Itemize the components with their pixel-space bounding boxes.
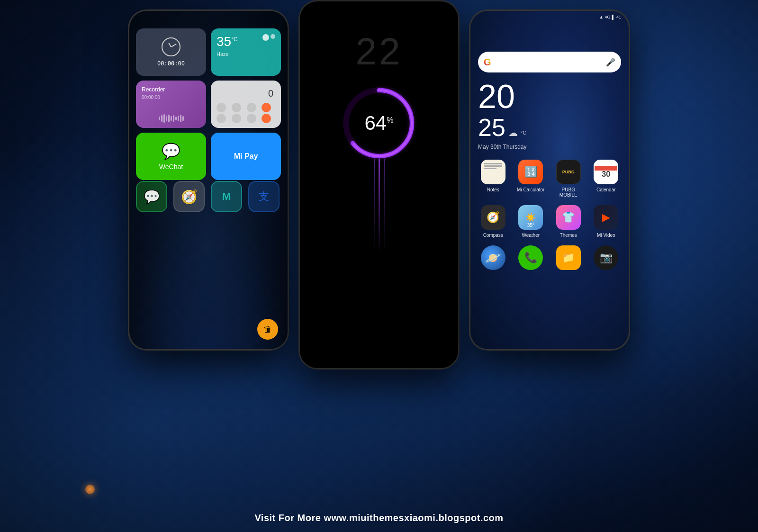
wave-bar-6 (171, 116, 172, 121)
battery-icon-right: ▌ (612, 15, 615, 19)
charging-animation: 64% (327, 88, 431, 253)
weather-dot-2 (271, 34, 275, 39)
charging-tail-container (374, 159, 385, 253)
calendar-label: Calendar (596, 187, 616, 192)
app-item-weather[interactable]: ☀️ 35° Weather (516, 205, 546, 238)
alipay-icon: 支 (259, 189, 269, 204)
temperature-display: 20 (478, 80, 621, 113)
weather-dot-1 (262, 34, 269, 41)
phone-middle: 22 (298, 0, 460, 370)
calc-btn-5 (232, 114, 241, 123)
app-item-camera[interactable]: 📷 (591, 245, 622, 273)
app-item-compass[interactable]: 🧭 Compass (478, 205, 508, 238)
notes-line-1 (484, 163, 502, 164)
app-item-themes[interactable]: 👕 Themes (553, 205, 584, 238)
network-label-right: 4G (605, 15, 611, 19)
wave-bar-1 (159, 117, 160, 120)
temp-small: 25 (478, 113, 505, 142)
app-item-mivideo[interactable]: ▶ Mi Video (591, 205, 622, 238)
calendar-icon: 30 (594, 160, 618, 184)
signal-icon-right: ▲ (599, 15, 604, 19)
wave-bar-7 (173, 115, 174, 122)
planet-decoration (85, 485, 95, 494)
wechat-widget[interactable]: 💬 WeChat (136, 133, 206, 180)
clock-face (162, 37, 180, 56)
phone-notch (351, 1, 407, 16)
clock-widget[interactable]: 00:00:00 (136, 28, 206, 76)
weather-app-icon: ☀️ 35° (518, 205, 543, 230)
weather-icon (262, 34, 275, 41)
calendar-date-num: 30 (602, 171, 610, 178)
weather-cloud-container: ☁ °C (508, 127, 526, 138)
wechat-label: WeChat (159, 163, 183, 171)
app-item-files[interactable]: 📁 (553, 245, 584, 273)
google-mic-icon: 🎤 (606, 58, 615, 67)
compass-icon: 🧭 (181, 189, 198, 205)
mivideo-icon: ▶ (594, 205, 618, 230)
app-item-phone[interactable]: 📞 (516, 245, 546, 273)
phone-middle-content: 22 (300, 1, 458, 368)
battery-percent-display: 64% (365, 112, 394, 135)
weather-widget[interactable]: 35°C Haze (211, 28, 281, 76)
small-mijia-icon[interactable]: M (211, 181, 242, 212)
notes-line-3 (484, 168, 496, 169)
google-search-input[interactable] (495, 52, 602, 72)
phone-right: ▲ 4G ▌ 41 G 🎤 20 25 ☁ (469, 9, 630, 351)
mipay-label: Mi Pay (234, 152, 258, 161)
mipay-widget[interactable]: Mi Pay (211, 133, 281, 180)
calc-btn-2 (232, 103, 241, 112)
notes-icon (481, 160, 505, 184)
date-label: May 30th Thursday (478, 144, 621, 150)
app-item-calendar[interactable]: 30 Calendar (591, 160, 622, 198)
cloud-icon: ☁ (508, 127, 518, 138)
bottom-text-content: Visit For More www.miuithemesxiaomi.blog… (254, 513, 503, 523)
pubg-label: PUBG MOBILE (553, 187, 584, 198)
bottom-text-bar: Visit For More www.miuithemesxiaomi.blog… (0, 513, 758, 523)
calculator-widget[interactable]: 0 (211, 81, 281, 128)
wave-bar-11 (182, 116, 184, 121)
wave-bar-4 (166, 116, 167, 121)
small-wechat-icon[interactable]: 💬 (136, 181, 167, 212)
small-icons-row: 💬 🧭 M 支 (129, 181, 288, 212)
mivideo-label: Mi Video (597, 233, 615, 238)
app-item-calculator[interactable]: 🔢 Mi Calculator (516, 160, 546, 198)
themes-label: Themes (560, 233, 577, 238)
google-search-bar[interactable]: G 🎤 (478, 52, 621, 72)
planet-icon: 🪐 (481, 245, 505, 270)
small-alipay-icon[interactable]: 支 (248, 181, 280, 212)
phone-left: JIO | airtel ▲ 4G ▌ 41 00:00:00 (128, 9, 289, 351)
tail-line-2 (379, 159, 380, 253)
app-item-notes[interactable]: Notes (478, 160, 508, 198)
clock-hand-minute (171, 44, 177, 47)
temp-second-row: 25 ☁ °C (478, 113, 621, 142)
notes-label: Notes (487, 187, 499, 192)
status-bar-right: ▲ 4G ▌ 41 (470, 11, 629, 23)
app-item-planet[interactable]: 🪐 (478, 245, 508, 273)
calc-btn-1 (217, 103, 226, 112)
calculator-label: Mi Calculator (517, 187, 544, 192)
calc-btn-6 (247, 114, 256, 123)
files-icon: 📁 (556, 245, 581, 270)
temp-unit-right: °C (521, 130, 526, 135)
wave-bar-5 (168, 115, 170, 122)
trash-button[interactable]: 🗑 (257, 319, 278, 340)
small-compass-icon[interactable]: 🧭 (173, 181, 205, 212)
google-logo: G (484, 57, 491, 68)
compass-label: Compass (483, 233, 503, 238)
compass-icon: 🧭 (481, 205, 505, 230)
large-app-row: 💬 WeChat Mi Pay (129, 133, 288, 180)
recorder-widget[interactable]: Recorder 00:00:00 (136, 81, 206, 128)
wave-bar-2 (161, 115, 162, 122)
app-grid: Notes 🔢 Mi Calculator PUBG PUBG MOBILE (470, 150, 629, 282)
tail-line-1 (374, 159, 375, 253)
phones-container: JIO | airtel ▲ 4G ▌ 41 00:00:00 (128, 9, 630, 370)
notes-line-2 (484, 165, 502, 167)
camera-icon: 📷 (594, 245, 618, 270)
app-item-pubg[interactable]: PUBG PUBG MOBILE (553, 160, 584, 198)
mijia-icon: M (222, 190, 231, 203)
recorder-time: 00:00:00 (142, 95, 200, 100)
trash-icon: 🗑 (263, 325, 272, 334)
calc-btn-4 (217, 114, 226, 123)
phone-app-icon: 📞 (518, 245, 543, 270)
weather-label: Weather (522, 233, 540, 238)
